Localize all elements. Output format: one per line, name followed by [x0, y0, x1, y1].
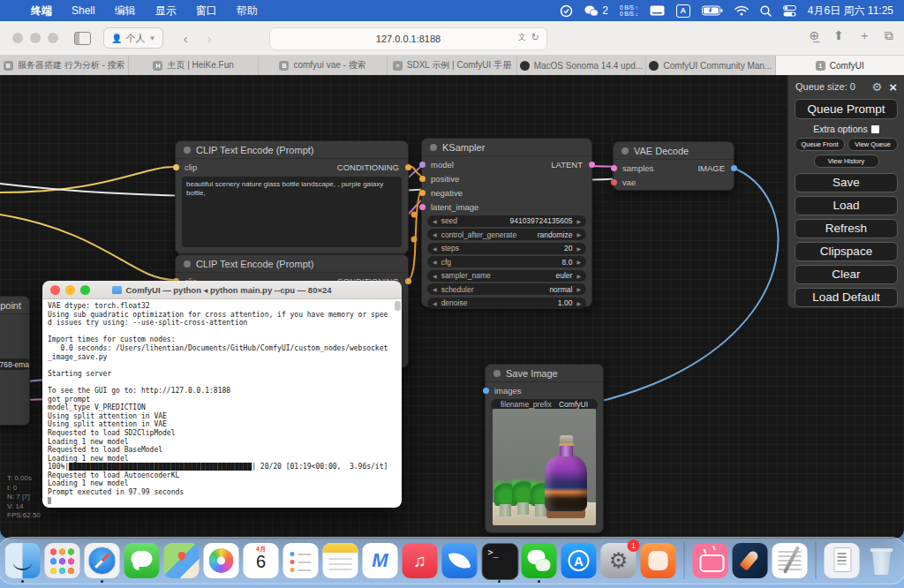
- cfg-widget[interactable]: ◀cfg8.0▶: [427, 256, 586, 268]
- queue-front-button[interactable]: Queue Front: [795, 138, 845, 151]
- window-controls[interactable]: [12, 33, 58, 43]
- refresh-button[interactable]: Refresh: [795, 219, 898, 238]
- browser-tab[interactable]: ≡SDXL 示例 | ComfyUI 手册: [388, 56, 516, 75]
- zoom-window-button[interactable]: [48, 33, 58, 43]
- dock-icon-settings[interactable]: ⚙1: [601, 543, 637, 578]
- increment-arrow-icon[interactable]: ▶: [576, 286, 581, 292]
- increment-arrow-icon[interactable]: ▶: [576, 259, 581, 265]
- menu-item[interactable]: Shell: [62, 4, 105, 17]
- browser-tab[interactable]: MacOS Sonoma 14.4 upd...: [517, 56, 646, 75]
- dock-icon-notes[interactable]: [323, 543, 358, 578]
- denoise-widget[interactable]: ◀denoise1.00▶: [427, 298, 586, 309]
- share-icon[interactable]: ⬆: [833, 28, 844, 44]
- dock-icon-safari[interactable]: [85, 543, 120, 578]
- save-button[interactable]: Save: [795, 173, 898, 192]
- new-tab-icon[interactable]: ＋: [858, 28, 870, 44]
- dock-icon-music[interactable]: ♫: [403, 543, 438, 578]
- load-default-button[interactable]: Load Default: [795, 288, 898, 307]
- dock-icon-photos[interactable]: [204, 543, 239, 578]
- latent-output-slot[interactable]: [589, 162, 595, 168]
- browser-tab[interactable]: ComfyUI Community Man...: [646, 56, 775, 75]
- dock-icon-bilibili[interactable]: [693, 543, 728, 578]
- tab-overview-icon[interactable]: ⧉: [885, 28, 893, 44]
- wifi-icon[interactable]: [734, 5, 749, 16]
- control_after_generate-widget[interactable]: ◀control_after_generaterandomize▶: [427, 229, 586, 240]
- scrollbar-thumb[interactable]: [395, 301, 401, 311]
- terminal-output[interactable]: VAE dtype: torch.float32Using sub quadra…: [42, 299, 402, 508]
- extra-options-checkbox[interactable]: [871, 125, 879, 133]
- decrement-arrow-icon[interactable]: ◀: [433, 245, 437, 252]
- scheduler-widget[interactable]: ◀schedulernormal▶: [427, 283, 586, 295]
- dock-icon-terminal[interactable]: [482, 543, 517, 578]
- checkpoint-name-widget[interactable]: v2-1_768-ema: [0, 358, 31, 370]
- prompt-textarea[interactable]: beautiful scenery nature glass bottle la…: [182, 177, 402, 247]
- menu-item[interactable]: 编辑: [105, 4, 146, 17]
- dock-icon-app-store[interactable]: [561, 543, 597, 578]
- latent_image-input-slot[interactable]: [419, 204, 426, 210]
- menu-item[interactable]: 终端: [21, 4, 62, 17]
- seed-widget[interactable]: ◀seed941039724135605▶: [427, 215, 586, 227]
- conditioning-output-slot[interactable]: [405, 278, 411, 284]
- view-history-button[interactable]: View History: [814, 155, 879, 168]
- dock-icon-launchpad[interactable]: [45, 543, 80, 578]
- positive-input-slot[interactable]: [419, 176, 426, 182]
- dock-icon-trash[interactable]: [864, 543, 900, 578]
- menubar-clock[interactable]: 4月6日 周六 11:25: [808, 4, 893, 19]
- sampler_name-widget[interactable]: ◀sampler_nameeuler▶: [427, 270, 586, 282]
- settings-gear-icon[interactable]: ⚙: [872, 80, 883, 94]
- vae-input-slot[interactable]: [611, 179, 617, 185]
- menu-item[interactable]: 帮助: [227, 4, 267, 17]
- browser-tab[interactable]: H主页 | HeiKe.Fun: [129, 56, 258, 75]
- generated-image[interactable]: [493, 409, 596, 525]
- decrement-arrow-icon[interactable]: ◀: [433, 273, 437, 279]
- profile-switcher[interactable]: 👤 个人 ▼: [103, 27, 163, 49]
- menu-item[interactable]: 窗口: [186, 4, 227, 17]
- keyboard-icon[interactable]: [650, 5, 665, 16]
- dock-icon-mindnode[interactable]: M: [363, 543, 398, 578]
- dock-icon-wechat[interactable]: [522, 543, 557, 578]
- increment-arrow-icon[interactable]: ▶: [576, 245, 581, 252]
- increment-arrow-icon[interactable]: ▶: [576, 273, 581, 279]
- dock-icon-maps[interactable]: [164, 543, 200, 578]
- dock-icon-rocket-app[interactable]: [733, 543, 768, 578]
- collapse-dot-icon[interactable]: [184, 260, 191, 268]
- clip-text-encode-node-1[interactable]: CLIP Text Encode (Prompt) clip CONDITION…: [175, 140, 409, 254]
- dock-icon-dingtalk[interactable]: [442, 543, 478, 578]
- collapse-dot-icon[interactable]: [430, 144, 437, 151]
- control-center-icon[interactable]: [783, 5, 796, 17]
- image-output-slot[interactable]: [731, 165, 737, 171]
- translate-icon[interactable]: ⽂: [518, 32, 526, 43]
- conditioning-output-slot[interactable]: [405, 164, 411, 170]
- steps-widget[interactable]: ◀steps20▶: [427, 243, 586, 254]
- dock-icon-orange-app[interactable]: [641, 543, 676, 578]
- collapse-dot-icon[interactable]: [184, 147, 191, 154]
- reload-icon[interactable]: ↻: [531, 32, 539, 43]
- save-image-node[interactable]: Save Image images filename_prefix ComfyU…: [485, 364, 604, 533]
- dock-icon-document[interactable]: [825, 543, 860, 578]
- increment-arrow-icon[interactable]: ▶: [576, 231, 581, 237]
- queue-prompt-button[interactable]: Queue Prompt: [795, 99, 898, 119]
- clear-button[interactable]: Clear: [795, 265, 898, 284]
- dock-icon-textedit[interactable]: [772, 543, 808, 578]
- decrement-arrow-icon[interactable]: ◀: [433, 218, 437, 224]
- vae-decode-node[interactable]: VAE Decode samplesIMAGEvae: [613, 141, 734, 191]
- back-button[interactable]: ‹: [183, 31, 187, 46]
- collapse-dot-icon[interactable]: [493, 370, 501, 377]
- browser-tab[interactable]: Bcomfyui vae - 搜索: [259, 56, 388, 75]
- spotlight-search-icon[interactable]: [760, 5, 772, 17]
- dock-icon-calendar[interactable]: 4月6: [244, 543, 279, 578]
- wechat-status-icon[interactable]: 2: [584, 4, 608, 17]
- negative-input-slot[interactable]: [419, 190, 426, 196]
- close-panel-icon[interactable]: ×: [889, 79, 897, 94]
- load-button[interactable]: Load: [795, 196, 898, 215]
- forward-button[interactable]: ›: [207, 31, 211, 46]
- downloads-icon[interactable]: ⊕̲: [810, 28, 820, 44]
- dock-icon-reminders[interactable]: [283, 543, 319, 578]
- browser-tab[interactable]: B服务器搭建 行为分析 - 搜索: [0, 56, 129, 75]
- close-window-button[interactable]: [12, 33, 23, 43]
- clip-input-slot[interactable]: [173, 164, 179, 170]
- clipspace-button[interactable]: Clipspace: [795, 242, 898, 261]
- battery-icon[interactable]: [702, 5, 723, 16]
- decrement-arrow-icon[interactable]: ◀: [433, 259, 437, 265]
- load-checkpoint-node-partial[interactable]: heckpoint v2-1_768-ema: [0, 296, 30, 426]
